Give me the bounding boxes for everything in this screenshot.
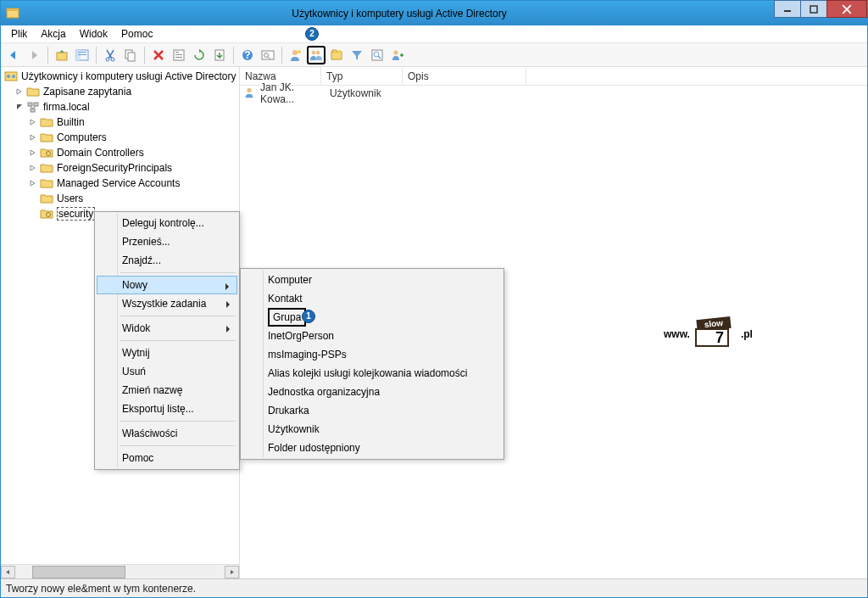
tree-saved-queries[interactable]: Zapisane zapytania [1,84,239,99]
user-icon [243,87,257,100]
expander-collapsed-icon[interactable] [28,148,38,158]
ctx-item-rename[interactable]: Zmień nazwę [97,381,237,400]
ctx-item-find[interactable]: Znajdź... [97,251,237,270]
scroll-track[interactable] [15,566,225,578]
expander-collapsed-icon[interactable] [28,132,38,143]
column-header-desc[interactable]: Opis [403,67,526,85]
new-group-button[interactable] [307,46,326,64]
delete-button[interactable] [149,46,168,64]
submenu-arrow-icon [225,282,230,293]
tree-msa[interactable]: Managed Service Accounts [1,176,239,191]
tree-root[interactable]: Użytkownicy i komputery usługi Active Di… [1,69,239,84]
minimize-button[interactable] [774,0,801,18]
expander-collapsed-icon[interactable] [28,117,38,127]
add-to-group-button[interactable] [388,46,407,64]
ctx-sub-ou[interactable]: Jednostka organizacyjna [242,383,502,401]
ctx-sub-msmq-alias[interactable]: Alias kolejki usługi kolejkowania wiadom… [242,364,502,383]
ctx-sub-contact[interactable]: Kontakt [242,289,502,308]
search-button[interactable] [368,46,387,64]
tree-domain-controllers[interactable]: Domain Controllers [1,145,239,160]
ctx-item-view[interactable]: Widok [97,319,237,338]
menu-help[interactable]: Pomoc [114,26,159,42]
svg-rect-38 [28,103,32,106]
expander-collapsed-icon[interactable] [28,163,38,173]
list-row[interactable]: Jan JK. Kowa... Użytkownik [240,86,867,101]
window-title: Użytkownicy i komputery usługi Active Di… [25,8,774,20]
forward-button[interactable] [25,46,43,64]
menu-action[interactable]: Akcja [34,26,72,42]
horizontal-scrollbar[interactable] [1,564,239,578]
tree-label: Computers [57,131,107,143]
ctx-item-move[interactable]: Przenieś... [97,232,237,251]
ctx-sub-printer[interactable]: Drukarka [242,401,502,420]
ctx-item-new[interactable]: Nowy [97,276,237,294]
watermark-prefix: www. [664,328,690,340]
folder-icon [40,131,53,144]
svg-point-25 [292,50,298,55]
ctx-sub-msimaging[interactable]: msImaging-PSPs [242,345,502,364]
toolbar: ? [1,43,867,67]
column-header-type[interactable]: Typ [321,67,403,85]
annotation-badge-1: 1 [302,310,315,323]
refresh-button[interactable] [190,46,209,64]
status-text: Tworzy nowy ele&ment w tym kontenerze. [6,583,196,595]
watermark: www. slow 7 .pl [664,321,753,347]
scroll-right-button[interactable] [225,566,239,578]
close-button[interactable] [826,0,867,18]
ctx-sub-inetorgperson[interactable]: InetOrgPerson [242,327,502,345]
tree-label: Builtin [57,116,85,128]
ctx-item-cut[interactable]: Wytnij [97,344,237,362]
ctx-item-help[interactable]: Pomoc [97,449,237,467]
svg-rect-1 [7,8,19,11]
app-icon [6,7,19,20]
ctx-sub-computer[interactable]: Komputer [242,271,502,289]
filter-button[interactable] [348,46,366,64]
ctx-sub-group[interactable]: Grupa 1 [242,308,502,327]
window-controls [774,1,867,25]
find-button[interactable] [259,46,277,64]
annotation-badge-2: 2 [305,27,319,41]
tree-users[interactable]: Users [1,191,239,206]
submenu-arrow-icon [225,299,231,311]
menu-view[interactable]: Widok [73,26,114,42]
scroll-thumb[interactable] [32,566,125,578]
expander-placeholder [28,209,38,219]
back-button[interactable] [4,46,23,64]
ctx-sub-shared-folder[interactable]: Folder udostępniony [242,439,502,457]
tree-computers[interactable]: Computers [1,130,239,145]
expander-collapsed-icon[interactable] [28,178,38,188]
copy-button[interactable] [121,46,140,64]
ctx-item-export[interactable]: Eksportuj listę... [97,400,237,418]
tree-label: firma.local [43,101,90,113]
help-button[interactable]: ? [238,46,257,64]
new-ou-button[interactable] [327,46,346,64]
folder-icon [40,176,53,190]
maximize-button[interactable] [800,0,827,18]
svg-rect-3 [810,6,817,13]
new-user-button[interactable] [287,46,305,64]
expander-collapsed-icon[interactable] [14,87,25,97]
ctx-item-delete[interactable]: Usuń [97,362,237,381]
expander-placeholder [28,193,38,204]
ctx-item-all-tasks[interactable]: Wszystkie zadania [97,294,237,313]
expander-expanded-icon[interactable] [14,102,25,112]
svg-rect-9 [78,52,86,53]
svg-rect-16 [175,52,179,53]
show-hide-tree-button[interactable] [73,46,92,64]
tree-builtin[interactable]: Builtin [1,115,239,130]
domain-icon [26,100,40,114]
up-button[interactable] [53,46,71,64]
scroll-left-button[interactable] [1,566,15,578]
export-button[interactable] [210,46,229,64]
tree-fsp[interactable]: ForeignSecurityPrincipals [1,160,239,176]
svg-point-28 [316,50,320,53]
cut-button[interactable] [101,46,120,64]
ctx-item-delegate[interactable]: Deleguj kontrolę... [97,214,237,232]
tree-domain[interactable]: firma.local [1,99,239,115]
ctx-sub-user[interactable]: Użytkownik [242,420,502,439]
tree-label: Użytkownicy i komputery usługi Active Di… [21,70,236,82]
ctx-item-properties[interactable]: Właściwości [97,424,237,443]
menu-file[interactable]: Plik [4,26,34,42]
properties-button[interactable] [170,46,188,64]
list-header: Nazwa Typ Opis [240,67,867,86]
